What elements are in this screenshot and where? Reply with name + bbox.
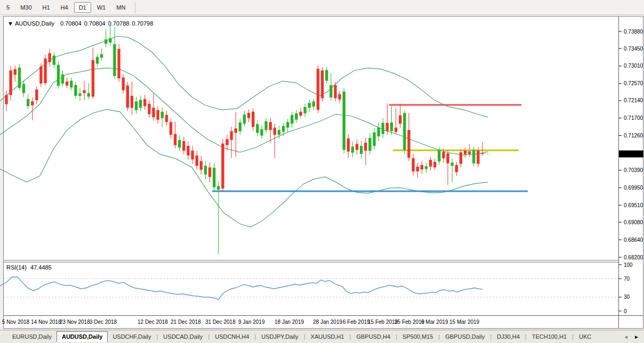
date-axis-label: 6 Mar 2019 <box>421 319 448 325</box>
timeframe-button-5[interactable]: 5 <box>2 2 14 13</box>
candle-bear <box>446 153 449 164</box>
tab-scroll-arrows: ◄► <box>621 334 644 340</box>
date-axis-label: 15 Mar 2019 <box>449 319 480 325</box>
candle-bear <box>299 112 302 116</box>
quote-low: 0.70788 <box>108 20 130 27</box>
date-axis-label: 12 Dec 2018 <box>138 319 168 325</box>
tab-sp500-m15[interactable]: SP500,M15 <box>398 332 438 341</box>
candle-bull <box>377 128 380 136</box>
candle-bear <box>386 123 389 131</box>
candle-bear <box>321 70 324 98</box>
symbol-tab-bar: EURUSD,DailyAUDUSD,DailyUSDCHF,Daily|USD… <box>0 330 644 343</box>
candle-bull <box>204 166 207 174</box>
candle-bear <box>66 81 68 85</box>
candle-bear <box>407 130 410 158</box>
tab-eurusd-daily[interactable]: EURUSD,Daily <box>7 332 57 341</box>
candle-bear <box>126 86 129 108</box>
date-axis-label: 25 Feb 2019 <box>395 319 425 325</box>
candle-bear <box>421 165 423 169</box>
candle-bear <box>334 85 336 99</box>
candle-bear <box>455 165 458 172</box>
candle-bear <box>14 69 17 75</box>
candle-bear <box>170 122 172 135</box>
timeframe-button-h4[interactable]: H4 <box>56 2 73 13</box>
date-axis-label: 18 Jan 2019 <box>275 319 304 325</box>
candle-bear <box>148 104 150 114</box>
quote-open: 0.70804 <box>60 20 82 27</box>
candle-bull <box>113 44 116 76</box>
candle-bear <box>247 113 250 118</box>
candle-bear <box>182 141 185 151</box>
mt4-window: { "toolbar": { "timeframes": ["5", "M30"… <box>0 0 644 343</box>
timeframe-button-m30[interactable]: M30 <box>15 2 36 13</box>
candle-bull <box>109 38 111 43</box>
rsi-axis-label: 0 <box>624 308 627 314</box>
candle-bull <box>325 70 328 80</box>
candle-bear <box>433 162 436 167</box>
candle-bear <box>442 152 445 158</box>
candle-bull <box>22 84 25 93</box>
tab-xauusd-h1[interactable]: XAUUSD,H1 <box>306 332 349 341</box>
timeframe-button-w1[interactable]: W1 <box>92 2 111 13</box>
tab-scroll-right-icon[interactable]: ► <box>631 334 642 340</box>
candle-bear <box>356 144 358 150</box>
candle-bear <box>481 153 484 154</box>
candle-bear <box>460 152 462 164</box>
candle-bull <box>243 115 246 124</box>
candle-bull <box>312 101 315 107</box>
candle-bull <box>278 130 280 135</box>
price-axis-label: 0.73450 <box>624 46 643 52</box>
candle-bear <box>152 108 155 117</box>
candle-bear <box>191 151 194 159</box>
tab-usdcad-daily[interactable]: USDCAD,Daily <box>158 332 207 341</box>
candle-bear <box>48 53 51 62</box>
timeframe-button-d1[interactable]: D1 <box>74 2 91 13</box>
timeframe-button-h1[interactable]: H1 <box>38 2 55 13</box>
candle-bull <box>104 39 107 44</box>
candle-bear <box>269 122 271 130</box>
candle-bull <box>425 166 428 169</box>
price-axis-label: 0.71700 <box>624 115 643 121</box>
candle-bear <box>468 151 471 153</box>
timeframe-button-mn[interactable]: MN <box>111 2 130 13</box>
candle-bear <box>416 167 419 172</box>
candle-bull <box>373 133 375 146</box>
tab-gbpusd-h4[interactable]: GBPUSD,H4 <box>351 332 395 341</box>
date-axis-label: 9 Jan 2019 <box>238 319 265 325</box>
tab-usdchf-daily[interactable]: USDCHF,Daily <box>108 332 156 341</box>
candle-bull <box>53 56 55 65</box>
candle-bull <box>27 99 29 106</box>
quote-close: 0.70798 <box>132 20 154 27</box>
candle-bull <box>74 85 77 96</box>
tab-ukc[interactable]: UKC <box>574 332 596 341</box>
chart-symbol-label: AUDUSD,Daily <box>15 20 54 27</box>
candle-bear <box>317 69 319 110</box>
price-axis-label: 0.72140 <box>624 97 643 103</box>
candle-bear <box>252 112 254 127</box>
candle-bull <box>61 75 64 84</box>
candle-bull <box>260 129 263 136</box>
tab-dj30-h4[interactable]: DJ30,H4 <box>492 332 525 341</box>
candle-bear <box>83 90 85 93</box>
date-axis-label: 23 Nov 2018 <box>60 319 90 325</box>
candle-bull <box>217 186 220 190</box>
candle-bear <box>39 67 42 84</box>
candle-bear <box>5 95 7 104</box>
date-axis-label: 5 Nov 2018 <box>2 319 30 325</box>
tab-scroll-left-icon[interactable]: ◄ <box>621 334 631 340</box>
tab-gbpusd-daily[interactable]: GBPUSD,Daily <box>440 332 489 341</box>
candle-bear <box>226 139 228 145</box>
chart-canvas: ▼ AUDUSD,Daily 0.70804 0.70804 0.70788 0… <box>0 15 644 330</box>
date-axis[interactable]: 5 Nov 201814 Nov 201823 Nov 20183 Dec 20… <box>2 319 480 325</box>
symbol-dropdown-icon[interactable]: ▼ <box>7 20 13 27</box>
candle-bull <box>308 103 311 108</box>
candle-bull <box>291 115 293 124</box>
chart-window-border <box>4 17 643 329</box>
candle-bull <box>239 123 241 131</box>
date-axis-label: 31 Dec 2018 <box>205 319 236 325</box>
tab-usdjpy-daily[interactable]: USDJPY,Daily <box>256 332 303 341</box>
tab-usdcnh-h4[interactable]: USDCNH,H4 <box>210 332 254 341</box>
date-axis-label: 28 Jan 2019 <box>313 319 342 325</box>
tab-tech100-h1[interactable]: TECH100,H1 <box>527 332 571 341</box>
tab-audusd-daily[interactable]: AUDUSD,Daily <box>57 331 108 342</box>
